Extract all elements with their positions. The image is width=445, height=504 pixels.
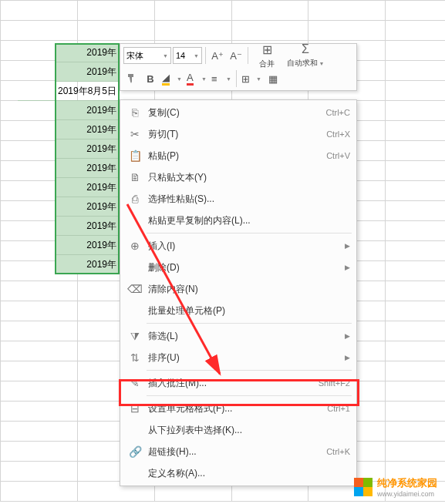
menu-format-cells[interactable]: ⊟设置单元格格式(F)...Ctrl+1 bbox=[120, 398, 356, 419]
insert-icon: ⊕ bbox=[125, 240, 145, 252]
menu-paste-text[interactable]: 🗎只粘贴文本(Y) bbox=[120, 166, 356, 188]
font-size-label: 14 bbox=[176, 51, 185, 60]
font-size-select[interactable]: 14▼ bbox=[173, 47, 202, 64]
menu-cut[interactable]: ✂剪切(T)Ctrl+X bbox=[120, 123, 356, 145]
border-icon: ⊞ bbox=[241, 73, 250, 85]
menu-delete[interactable]: 删除(D)▶ bbox=[120, 257, 356, 278]
paste-icon: 📋 bbox=[125, 150, 145, 162]
context-menu: ⎘复制(C)Ctrl+C ✂剪切(T)Ctrl+X 📋粘贴(P)Ctrl+V 🗎… bbox=[120, 99, 357, 486]
menu-define-name[interactable]: 定义名称(A)... bbox=[120, 462, 356, 484]
paste-text-icon: 🗎 bbox=[125, 171, 145, 183]
chevron-right-icon: ▶ bbox=[340, 332, 350, 340]
decrease-font-button[interactable]: A⁻ bbox=[228, 47, 244, 64]
menu-batch[interactable]: 批量处理单元格(P) bbox=[120, 300, 356, 321]
cell-date[interactable]: 2019年 bbox=[55, 159, 120, 178]
menu-clear[interactable]: ⌫清除内容(N) bbox=[120, 278, 356, 300]
font-color-icon: A bbox=[187, 72, 194, 86]
paste-special-icon: ⎙ bbox=[125, 193, 145, 205]
bucket-icon: ◢ bbox=[162, 72, 170, 86]
cell-date[interactable]: 2019年 bbox=[55, 236, 120, 255]
eraser-icon: ⌫ bbox=[125, 283, 145, 295]
font-color-button[interactable]: A▼ bbox=[185, 70, 208, 87]
sum-icon: Σ bbox=[302, 42, 309, 56]
sort-icon: ⇅ bbox=[125, 351, 145, 364]
chevron-right-icon: ▶ bbox=[340, 264, 350, 271]
chevron-right-icon: ▶ bbox=[340, 242, 350, 250]
increase-font-button[interactable]: A⁺ bbox=[209, 47, 226, 64]
font-name-select[interactable]: 宋体▼ bbox=[123, 47, 171, 64]
watermark: 纯净系统家园 www.yidaimei.com bbox=[354, 476, 437, 498]
mini-toolbar: 宋体▼ 14▼ A⁺ A⁻ ⊞合并 Σ自动求和▼ B ◢▼ A▼ ≡▼ ⊞▼ ▦ bbox=[120, 43, 357, 91]
selected-cells-column: 2019年 2019年 2019年8月5日 2019年 2019年 2019年 … bbox=[55, 43, 120, 274]
menu-filter[interactable]: ⧩筛选(L)▶ bbox=[120, 325, 356, 347]
cell-date[interactable]: 2019年 bbox=[55, 197, 120, 217]
brand-name: 纯净系统家园 bbox=[377, 476, 437, 490]
cell-date[interactable]: 2019年 bbox=[55, 178, 120, 197]
cell-icon: ▦ bbox=[268, 73, 278, 85]
logo-icon bbox=[354, 478, 373, 496]
menu-paste-special[interactable]: ⎙选择性粘贴(S)... bbox=[120, 188, 356, 210]
cell-date[interactable]: 2019年 bbox=[55, 255, 120, 274]
align-icon: ≡ bbox=[211, 73, 217, 85]
copy-icon: ⎘ bbox=[125, 106, 145, 119]
format-painter-button[interactable] bbox=[123, 70, 140, 87]
comment-icon: ✎ bbox=[125, 377, 145, 389]
menu-sort[interactable]: ⇅排序(U)▶ bbox=[120, 347, 356, 368]
fill-color-button[interactable]: ◢▼ bbox=[160, 70, 184, 87]
brand-url: www.yidaimei.com bbox=[377, 490, 437, 498]
chevron-down-icon: ▼ bbox=[163, 53, 168, 59]
cell-date[interactable]: 2019年 bbox=[55, 101, 120, 120]
font-name-label: 宋体 bbox=[126, 50, 143, 62]
format-icon: ⊟ bbox=[125, 402, 145, 415]
link-icon: 🔗 bbox=[125, 445, 145, 458]
cell-date[interactable]: 2019年 bbox=[55, 217, 120, 236]
menu-insert[interactable]: ⊕插入(I)▶ bbox=[120, 235, 356, 257]
chevron-down-icon: ▼ bbox=[177, 76, 182, 82]
chevron-down-icon: ▼ bbox=[256, 76, 261, 82]
chevron-down-icon: ▼ bbox=[194, 53, 199, 59]
cell-date[interactable]: 2019年 bbox=[55, 139, 120, 159]
cell-date[interactable]: 2019年8月5日 bbox=[18, 82, 118, 101]
filter-icon: ⧩ bbox=[125, 330, 145, 343]
menu-insert-comment[interactable]: ✎插入批注(M)...Shift+F2 bbox=[120, 372, 356, 394]
cell-date[interactable]: 2019年 bbox=[55, 43, 120, 62]
menu-hyperlink[interactable]: 🔗超链接(H)...Ctrl+K bbox=[120, 441, 356, 462]
menu-copy[interactable]: ⎘复制(C)Ctrl+C bbox=[120, 102, 356, 123]
chevron-down-icon: ▼ bbox=[201, 76, 207, 82]
menu-paste-recent[interactable]: 粘贴更早复制的内容(L)... bbox=[120, 210, 356, 231]
merge-icon: ⊞ bbox=[262, 42, 272, 57]
chevron-down-icon: ▼ bbox=[319, 61, 325, 66]
cell-date[interactable]: 2019年 bbox=[55, 120, 120, 139]
chevron-down-icon: ▼ bbox=[226, 76, 231, 82]
borders-button[interactable]: ⊞▼ bbox=[240, 70, 263, 87]
cell-date[interactable]: 2019年 bbox=[55, 62, 120, 82]
menu-pick-from-dropdown[interactable]: 从下拉列表中选择(K)... bbox=[120, 419, 356, 441]
bold-button[interactable]: B bbox=[142, 70, 159, 87]
cut-icon: ✂ bbox=[125, 128, 145, 140]
align-button[interactable]: ≡▼ bbox=[210, 70, 233, 87]
menu-paste[interactable]: 📋粘贴(P)Ctrl+V bbox=[120, 145, 356, 166]
chevron-right-icon: ▶ bbox=[340, 354, 350, 361]
brush-icon bbox=[126, 72, 138, 85]
cell-style-button[interactable]: ▦ bbox=[265, 70, 281, 87]
